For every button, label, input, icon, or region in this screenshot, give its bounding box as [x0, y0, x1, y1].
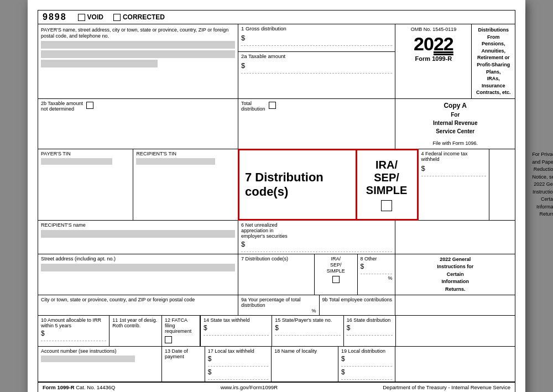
box2b-block: 2b Taxable amount not determined: [38, 99, 238, 149]
bottom-bar: Form 1099-R Cat. No. 14436Q www.irs.gov/…: [38, 382, 515, 392]
box4-line: [421, 176, 486, 176]
box16-block: 16 State distribution $: [344, 316, 397, 346]
ira-sep-small-checkbox[interactable]: [332, 276, 340, 283]
box16-dollar: $: [347, 324, 393, 332]
box2b-checkbox[interactable]: [86, 102, 93, 109]
total-dist-checkbox[interactable]: [269, 102, 276, 109]
payer-tin-block: PAYER'S TIN: [38, 149, 133, 220]
payer-block: PAYER'S name, street address, city or to…: [38, 24, 238, 98]
row-city: City or town, state or province, country…: [38, 295, 515, 316]
year-prefix: 20: [414, 33, 434, 54]
box9b-block: 9b Total employee contributions: [320, 295, 396, 315]
street-addr-block: Street address (including apt. no.): [38, 254, 238, 295]
box1-dollar: $: [241, 34, 392, 42]
street-value: [41, 264, 235, 271]
payer-addr-bar: [41, 50, 235, 58]
copy-a-block: Copy A For Internal Revenue Service Cent…: [395, 99, 515, 149]
right-desc: Distributions From Pensions, Annuities, …: [472, 24, 515, 98]
box17-dollar: $: [208, 355, 269, 363]
box15-line: [275, 335, 340, 336]
box11-label: 11 1st year of desig. Roth contrib.: [112, 317, 159, 328]
corrected-checkbox[interactable]: [113, 14, 121, 21]
ira-sep-big-checkbox[interactable]: [381, 200, 392, 211]
right-blank: [395, 347, 515, 381]
total-dist-label: Total distribution: [241, 101, 265, 112]
corrected-label: CORRECTED: [123, 13, 165, 21]
row-street: Street address (including apt. no.) 7 Di…: [38, 254, 515, 296]
footer-url: www.irs.gov/Form1099R: [221, 384, 278, 390]
box18-label: 18 Name of locality: [274, 348, 335, 354]
right-for-block: For Privacy Act and Paperwork Reduction …: [489, 149, 553, 220]
box8-block: 8 Other $ %: [358, 254, 396, 295]
box14-label: 14 State tax withheld: [204, 317, 269, 323]
recip-tin-label: RECIPIENT'S TIN: [136, 151, 235, 156]
box1-label: 1 Gross distribution: [241, 25, 286, 32]
box17-line: [208, 366, 269, 367]
box16-label: 16 State distribution: [347, 317, 393, 323]
title-right: Distributions From Pensions, Annuities, …: [476, 27, 511, 95]
box2b-label: 2b Taxable amount not determined: [41, 101, 83, 112]
right-privacy: [395, 221, 515, 254]
federal-tax-box: 4 Federal income taxwithheld $: [418, 149, 489, 220]
footer-form: Form 1099-R Cat. No. 14436Q: [43, 384, 116, 390]
box10-line: [41, 341, 106, 341]
row-acct: Account number (see instructions) 13 Dat…: [38, 347, 515, 382]
box8-dollar: $: [361, 263, 393, 270]
box6-label: 6 Net unrealizedappreciation inemployer'…: [241, 222, 392, 239]
recip-name-value: [41, 230, 235, 238]
box4-label-row3: 4 Federal income taxwithheld: [421, 151, 486, 162]
box10-block: 10 Amount allocable to IRR within 5 year…: [38, 316, 109, 346]
year-display: 2022: [414, 34, 453, 53]
ira-sep-highlight-box: IRA/ SEP/ SIMPLE: [357, 149, 419, 221]
box19-dollar2: $: [341, 368, 392, 376]
for-irs-label: For Internal Revenue Service Center: [398, 111, 512, 135]
box8-pct: %: [361, 275, 393, 281]
acct-label: Account number (see instructions): [41, 348, 159, 354]
void-label: VOID: [87, 13, 103, 21]
city-label: City or town, state or province, country…: [41, 297, 235, 302]
right-returns-block: [396, 316, 515, 346]
payer-tin-label: PAYER'S TIN: [41, 151, 130, 156]
row-recip: RECIPIENT'S name 6 Net unrealizedappreci…: [38, 221, 515, 254]
box19-label: 19 Local distribution: [341, 348, 392, 354]
box12-checkbox[interactable]: [165, 336, 172, 343]
box15-block: 15 State/Payer's state no. $: [272, 316, 343, 346]
ira-sep-small-label: IRA/SEP/SIMPLE: [317, 256, 354, 274]
box7-small-block: 7 Distribution code(s): [238, 254, 315, 295]
gross-dist-box: 1 Gross distribution $: [238, 24, 395, 52]
checkbox-group: VOID CORRECTED: [78, 13, 165, 21]
dist-code-highlight-box: 7 Distribution code(s): [238, 149, 357, 221]
acct-value: [41, 356, 135, 362]
box19-dollar: $: [341, 355, 392, 363]
box13-block: 13 Date of payment: [162, 347, 205, 381]
form-number: 9898: [43, 12, 67, 22]
box16-line: [347, 335, 393, 336]
city-block: City or town, state or province, country…: [38, 295, 238, 315]
box6-dollar: $: [241, 240, 392, 248]
box19-block: 19 Local distribution $ $: [338, 347, 395, 381]
box2a-dollar: $: [241, 61, 392, 70]
year-suffix: 22: [434, 33, 453, 54]
total-dist-block: Total distribution: [238, 99, 395, 149]
form-name-label: Form 1099-R: [415, 55, 452, 62]
box8-label: 8 Other: [361, 256, 393, 262]
box18-block: 18 Name of locality: [272, 347, 338, 381]
box2a-line: [241, 73, 392, 74]
acct-block: Account number (see instructions): [38, 347, 162, 381]
tax-form-page: 9898 VOID CORRECTED PAYER'S name, street…: [28, 0, 525, 392]
box17-label: 17 Local tax withheld: [208, 348, 269, 354]
box9b-label: 9b Total employee contributions: [322, 297, 393, 302]
box6-block: 6 Net unrealizedappreciation inemployer'…: [238, 221, 395, 254]
footer-dept: Department of the Treasury - Internal Re…: [383, 384, 510, 390]
box17-dollar2: $: [208, 368, 269, 376]
void-checkbox[interactable]: [78, 14, 85, 21]
box12-label: 12 FATCA filing requirement: [165, 317, 197, 334]
recip-tin-value: [136, 158, 215, 165]
void-checkbox-label: VOID: [78, 13, 103, 21]
row-2b: 2b Taxable amount not determined Total d…: [38, 99, 515, 150]
file-with-label: File with Form 1096.: [398, 140, 512, 148]
box7-small-label: 7 Distribution code(s): [241, 256, 311, 262]
box17-block: 17 Local tax withheld $ $: [205, 347, 272, 381]
right-info-block: [395, 295, 515, 315]
box1-line: [241, 45, 392, 46]
